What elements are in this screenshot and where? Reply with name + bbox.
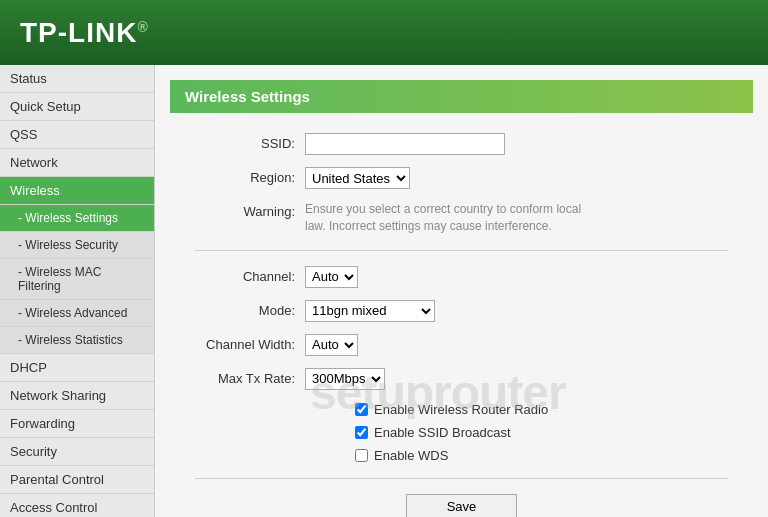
- enable-wds-label: Enable WDS: [374, 448, 448, 463]
- checkbox-row-1: Enable Wireless Router Radio: [355, 402, 748, 417]
- sidebar: Status Quick Setup QSS Network Wireless …: [0, 65, 155, 517]
- ssid-field: [305, 133, 748, 155]
- sidebar-item-wireless-mac-filtering[interactable]: - Wireless MAC Filtering: [0, 259, 154, 300]
- main-content: setuprouter Wireless Settings SSID: Regi…: [155, 65, 768, 517]
- form-area: SSID: Region: United States Warning: Ens: [155, 123, 768, 517]
- region-label: Region:: [175, 167, 305, 185]
- sidebar-item-wireless-advanced[interactable]: - Wireless Advanced: [0, 300, 154, 327]
- sidebar-item-qss[interactable]: QSS: [0, 121, 154, 149]
- sidebar-item-network-sharing[interactable]: Network Sharing: [0, 382, 154, 410]
- divider-1: [195, 250, 728, 251]
- mode-field: 11bgn mixed: [305, 300, 748, 322]
- sidebar-item-network[interactable]: Network: [0, 149, 154, 177]
- channel-width-row: Channel Width: Auto: [175, 334, 748, 356]
- channel-width-field: Auto: [305, 334, 748, 356]
- ssid-input[interactable]: [305, 133, 505, 155]
- sidebar-item-access-control[interactable]: Access Control: [0, 494, 154, 517]
- mode-select[interactable]: 11bgn mixed: [305, 300, 435, 322]
- channel-row: Channel: Auto: [175, 266, 748, 288]
- checkbox-row-2: Enable SSID Broadcast: [355, 425, 748, 440]
- mode-row: Mode: 11bgn mixed: [175, 300, 748, 322]
- max-tx-row: Max Tx Rate: 300Mbps: [175, 368, 748, 390]
- sidebar-item-wireless-settings[interactable]: - Wireless Settings: [0, 205, 154, 232]
- sidebar-item-forwarding[interactable]: Forwarding: [0, 410, 154, 438]
- channel-width-select[interactable]: Auto: [305, 334, 358, 356]
- max-tx-field: 300Mbps: [305, 368, 748, 390]
- sidebar-item-dhcp[interactable]: DHCP: [0, 354, 154, 382]
- enable-ssid-broadcast-label: Enable SSID Broadcast: [374, 425, 511, 440]
- ssid-row: SSID:: [175, 133, 748, 155]
- save-button[interactable]: Save: [406, 494, 518, 517]
- max-tx-label: Max Tx Rate:: [175, 368, 305, 386]
- logo-name: TP-LINK: [20, 17, 137, 48]
- enable-wds-checkbox[interactable]: [355, 449, 368, 462]
- page-title: Wireless Settings: [170, 80, 753, 113]
- checkbox-row-3: Enable WDS: [355, 448, 748, 463]
- warning-label: Warning:: [175, 201, 305, 219]
- enable-ssid-broadcast-checkbox[interactable]: [355, 426, 368, 439]
- logo-dot: ®: [137, 18, 148, 34]
- sidebar-item-wireless-statistics[interactable]: - Wireless Statistics: [0, 327, 154, 354]
- save-row: Save: [175, 489, 748, 517]
- warning-row: Warning: Ensure you select a correct cou…: [175, 201, 748, 235]
- mode-label: Mode:: [175, 300, 305, 318]
- logo: TP-LINK®: [20, 17, 149, 49]
- sidebar-item-status[interactable]: Status: [0, 65, 154, 93]
- sidebar-item-quick-setup[interactable]: Quick Setup: [0, 93, 154, 121]
- sidebar-item-wireless-security[interactable]: - Wireless Security: [0, 232, 154, 259]
- ssid-label: SSID:: [175, 133, 305, 151]
- enable-wireless-radio-checkbox[interactable]: [355, 403, 368, 416]
- sidebar-item-parental-control[interactable]: Parental Control: [0, 466, 154, 494]
- sidebar-item-security[interactable]: Security: [0, 438, 154, 466]
- warning-text: Ensure you select a correct country to c…: [305, 201, 605, 235]
- sidebar-item-wireless[interactable]: Wireless: [0, 177, 154, 205]
- max-tx-select[interactable]: 300Mbps: [305, 368, 385, 390]
- channel-field: Auto: [305, 266, 748, 288]
- channel-width-label: Channel Width:: [175, 334, 305, 352]
- main-layout: Status Quick Setup QSS Network Wireless …: [0, 65, 768, 517]
- warning-field: Ensure you select a correct country to c…: [305, 201, 748, 235]
- header: TP-LINK®: [0, 0, 768, 65]
- channel-select[interactable]: Auto: [305, 266, 358, 288]
- enable-wireless-radio-label: Enable Wireless Router Radio: [374, 402, 548, 417]
- region-row: Region: United States: [175, 167, 748, 189]
- region-field: United States: [305, 167, 748, 189]
- region-select[interactable]: United States: [305, 167, 410, 189]
- channel-label: Channel:: [175, 266, 305, 284]
- divider-2: [195, 478, 728, 479]
